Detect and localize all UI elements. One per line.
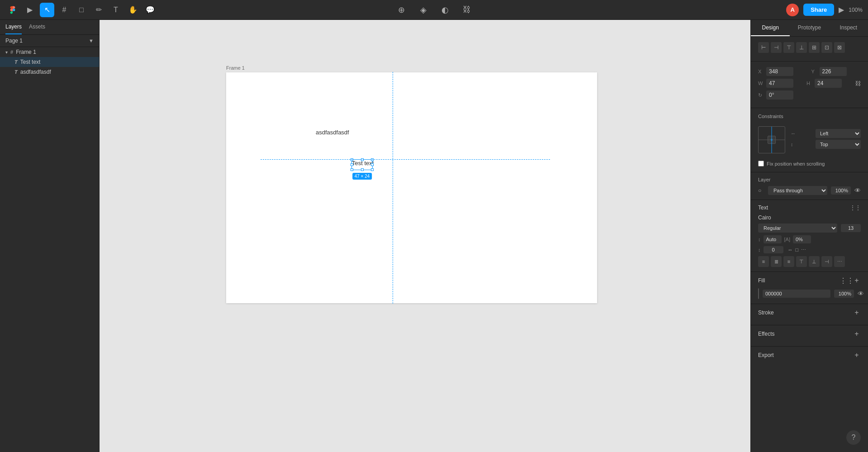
- paragraph-settings-icon[interactable]: ⋯: [801, 247, 806, 253]
- tab-design[interactable]: Design: [751, 20, 790, 36]
- canvas-area[interactable]: Frame 1 asdfasdfasdf Test text 47 × 24: [100, 20, 750, 452]
- handle-bottom-right[interactable]: [371, 168, 374, 171]
- y-input[interactable]: [820, 67, 847, 76]
- text-resize-icon: ↕: [758, 237, 761, 242]
- layer-item-frame1[interactable]: ▾ # Frame 1: [0, 47, 99, 57]
- layer-item-asdf[interactable]: T asdfasdfasdf: [0, 67, 99, 77]
- align-top[interactable]: ⊥: [796, 42, 807, 53]
- paragraph-options-icon[interactable]: □: [796, 247, 799, 252]
- frame-box[interactable]: asdfasdfasdf Test text 47 × 24: [226, 72, 597, 303]
- resources-btn[interactable]: ◈: [416, 3, 431, 17]
- text-bottom-align[interactable]: ⊣: [821, 256, 832, 267]
- handle-bottom-mid[interactable]: [361, 168, 364, 171]
- shape-tool[interactable]: □: [74, 3, 89, 17]
- y-field: Y: [811, 67, 861, 76]
- v-constraint-row: ↕ Top: [791, 140, 861, 149]
- tracking-icon: [A]: [784, 237, 790, 242]
- h-field: H: [806, 79, 851, 88]
- pen-tool[interactable]: ✏: [91, 3, 106, 17]
- effects-title: Effects: [758, 331, 774, 337]
- stroke-title: Stroke: [758, 309, 774, 316]
- h-constraint-select[interactable]: Left: [816, 129, 861, 138]
- frame-container: Frame 1 asdfasdfasdf Test text 47 × 24: [226, 65, 597, 303]
- toolbar-left: ▶ ↖ # □ ✏ T ✋ 💬: [5, 3, 157, 17]
- font-size-input[interactable]: [841, 224, 861, 232]
- text-more-options[interactable]: ⋯: [834, 256, 845, 267]
- text-options-icon[interactable]: ⋮⋮: [850, 205, 861, 211]
- visibility-toggle[interactable]: 👁: [854, 187, 861, 194]
- x-field: X: [758, 67, 808, 76]
- text-section: Text ⋮⋮ Cairo Regular ↕ Auto [A] 0% ↕ ↔ …: [751, 200, 868, 272]
- h-input[interactable]: [815, 79, 842, 88]
- fill-opacity-input[interactable]: [834, 290, 854, 298]
- export-section: Export +: [751, 347, 868, 367]
- align-text-center[interactable]: ≣: [771, 256, 782, 267]
- export-add-button[interactable]: +: [853, 351, 861, 359]
- tab-layers[interactable]: Layers: [5, 24, 22, 34]
- frame-icon: #: [10, 49, 13, 55]
- text-auto-row: ↕ Auto [A] 0%: [758, 235, 861, 243]
- fix-scroll-checkbox[interactable]: [758, 161, 764, 167]
- zoom-level[interactable]: 100%: [849, 7, 863, 13]
- fill-hex-input[interactable]: [763, 290, 830, 298]
- font-style-select[interactable]: Regular: [758, 224, 837, 233]
- v-constraint-select[interactable]: Top: [816, 140, 861, 149]
- fill-visibility-icon[interactable]: 👁: [858, 290, 864, 297]
- x-input[interactable]: [766, 67, 793, 76]
- text-top-align[interactable]: ⊤: [796, 256, 807, 267]
- canvas-text-test[interactable]: Test text: [352, 160, 374, 167]
- constrain-proportions-icon[interactable]: ⛓: [855, 80, 861, 87]
- prototype-btn[interactable]: ⛓: [460, 3, 474, 17]
- rotation-label: ↻: [758, 92, 764, 98]
- align-text-right[interactable]: ≡: [783, 256, 794, 267]
- w-input[interactable]: [766, 79, 793, 88]
- align-left[interactable]: ⊢: [758, 42, 769, 53]
- fill-color-swatch[interactable]: [758, 288, 759, 299]
- frame-expand-icon: ▾: [5, 50, 8, 55]
- page-selector[interactable]: Page 1 ▼: [0, 35, 99, 47]
- opacity-input[interactable]: [831, 186, 851, 195]
- figma-logo[interactable]: [5, 3, 20, 17]
- contrast-btn[interactable]: ◐: [438, 3, 452, 17]
- tab-prototype[interactable]: Prototype: [790, 20, 829, 36]
- hand-tool[interactable]: ✋: [126, 3, 140, 17]
- tab-assets[interactable]: Assets: [29, 24, 45, 34]
- align-right[interactable]: ⊤: [783, 42, 794, 53]
- share-button[interactable]: Share: [803, 4, 834, 16]
- avatar: A: [786, 4, 799, 16]
- handle-bottom-left[interactable]: [351, 168, 353, 171]
- lineheight-input[interactable]: [764, 246, 783, 253]
- frame-tool[interactable]: #: [57, 3, 71, 17]
- fill-add-button[interactable]: +: [853, 276, 861, 285]
- comment-tool[interactable]: 💬: [143, 3, 157, 17]
- help-button[interactable]: ?: [846, 430, 861, 445]
- align-center-v[interactable]: ⊞: [809, 42, 820, 53]
- text-mid-align[interactable]: ⊥: [809, 256, 820, 267]
- fill-title: Fill: [758, 277, 765, 284]
- fill-grid-icon[interactable]: ⋮⋮: [843, 276, 851, 285]
- tab-inspect[interactable]: Inspect: [829, 20, 868, 36]
- blend-mode-select[interactable]: Pass through: [768, 186, 827, 195]
- h-label: H: [806, 81, 813, 86]
- layer-item-testtext[interactable]: T Test text: [0, 57, 99, 67]
- export-section-header: Export +: [758, 351, 861, 359]
- distribute[interactable]: ⊠: [834, 42, 845, 53]
- stroke-add-button[interactable]: +: [853, 309, 861, 317]
- rotation-input[interactable]: [766, 90, 793, 100]
- text-icon-asdf: T: [14, 69, 18, 75]
- effects-section-header: Effects +: [758, 330, 861, 338]
- play-button[interactable]: ▶: [839, 5, 844, 14]
- text-tool[interactable]: T: [109, 3, 123, 17]
- h-constraint-row: ↔ Left: [791, 129, 861, 138]
- component-btn[interactable]: ⊕: [394, 3, 409, 17]
- main-layout: Layers Assets Page 1 ▼ ▾ # Frame 1 T Tes…: [0, 20, 868, 452]
- align-text-left[interactable]: ≡: [758, 256, 769, 267]
- effects-add-button[interactable]: +: [853, 330, 861, 338]
- align-center-h[interactable]: ⊣: [771, 42, 782, 53]
- fill-section: Fill ⋮⋮ + 👁 −: [751, 272, 868, 304]
- align-bottom[interactable]: ⊡: [821, 42, 832, 53]
- canvas-text-asdf[interactable]: asdfasdfasdf: [316, 129, 349, 136]
- move-tool[interactable]: ▶: [23, 3, 37, 17]
- select-tool[interactable]: ↖: [40, 3, 54, 17]
- paragraph-icon: ↔: [788, 247, 793, 252]
